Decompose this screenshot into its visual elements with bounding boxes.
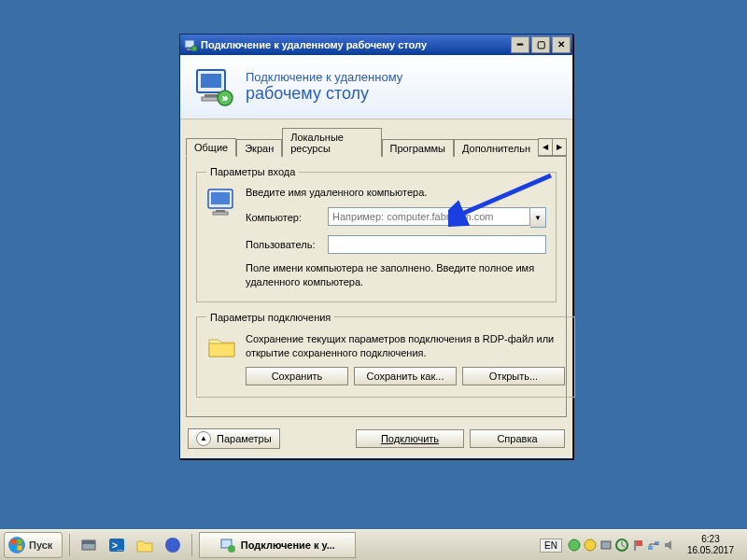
- app-icon: [184, 38, 197, 51]
- svg-rect-28: [601, 541, 611, 549]
- svg-rect-17: [11, 546, 16, 551]
- tab-additional[interactable]: Дополнительн: [454, 139, 539, 157]
- svg-rect-18: [18, 546, 22, 551]
- login-instruction: Введите имя удаленного компьютера.: [246, 187, 546, 198]
- header-banner: » Подключение к удаленному рабочему стол…: [180, 55, 572, 119]
- start-label: Пуск: [29, 539, 52, 551]
- tab-strip: Общие Экран Локальные ресурсы Программы …: [186, 127, 567, 156]
- help-button[interactable]: Справка: [470, 429, 565, 448]
- chevron-up-icon: ▲: [196, 431, 211, 446]
- close-button[interactable]: ✕: [552, 36, 571, 53]
- svg-point-27: [585, 539, 596, 551]
- tab-scroll-left[interactable]: ◀: [538, 138, 553, 156]
- computer-dropdown-button[interactable]: ▼: [530, 207, 546, 228]
- save-as-button[interactable]: Сохранить как...: [354, 367, 457, 385]
- rdc-logo-icon: »: [193, 66, 234, 107]
- window-footer: ▲ Параметры Подключить Справка: [180, 423, 572, 458]
- computer-hint: Поле имени компьютера не заполнено. Введ…: [246, 261, 546, 290]
- svg-rect-15: [11, 539, 16, 544]
- save-button[interactable]: Сохранить: [246, 367, 348, 385]
- banner-title: рабочему столу: [246, 84, 402, 104]
- connection-params-group: Параметры подключения Сохранение текущих…: [196, 312, 575, 398]
- folder-icon: [206, 332, 238, 360]
- tab-panel-general: Параметры входа Введите имя удаленного к…: [186, 156, 567, 417]
- login-params-group: Параметры входа Введите имя удаленного к…: [196, 166, 557, 302]
- svg-rect-4: [201, 74, 221, 88]
- banner-subtitle: Подключение к удаленному: [246, 70, 402, 84]
- titlebar[interactable]: Подключение к удаленному рабочему столу …: [180, 35, 572, 55]
- tab-display[interactable]: Экран: [236, 139, 282, 157]
- tab-scroll-right[interactable]: ▶: [552, 138, 567, 156]
- tray-icon-3[interactable]: [599, 539, 613, 552]
- svg-rect-20: [82, 540, 95, 544]
- system-tray: EN 6:23 16.05.2017: [532, 534, 747, 556]
- tab-local-resources[interactable]: Локальные ресурсы: [282, 128, 381, 157]
- svg-rect-31: [648, 546, 653, 550]
- svg-text:»: »: [222, 91, 229, 105]
- windows-logo-icon: [8, 537, 25, 553]
- start-button[interactable]: Пуск: [4, 532, 63, 558]
- ql-powershell[interactable]: >_: [104, 532, 130, 558]
- connection-params-legend: Параметры подключения: [206, 312, 334, 323]
- desktop: Подключение к удаленному рабочему столу …: [0, 0, 747, 560]
- computer-input[interactable]: [328, 207, 530, 226]
- login-params-legend: Параметры входа: [206, 166, 299, 177]
- computer-combo[interactable]: ▼: [328, 207, 546, 228]
- maximize-button[interactable]: ▢: [531, 36, 550, 53]
- svg-text:>_: >_: [112, 540, 123, 551]
- tray-sound-icon[interactable]: [663, 539, 676, 552]
- minimize-button[interactable]: ━: [511, 36, 529, 53]
- options-label: Параметры: [217, 433, 272, 444]
- quick-launch: >_: [73, 532, 189, 558]
- clock[interactable]: 6:23 16.05.2017: [682, 534, 740, 556]
- ql-explorer[interactable]: [132, 532, 158, 558]
- svg-point-14: [8, 537, 25, 553]
- svg-rect-30: [634, 540, 636, 551]
- taskbar: Пуск >_ Подключение к у... EN: [0, 529, 747, 560]
- user-input[interactable]: [328, 235, 546, 254]
- rdc-window: Подключение к удаленному рабочему столу …: [179, 34, 573, 459]
- open-button[interactable]: Открыть...: [462, 367, 565, 385]
- svg-rect-16: [18, 539, 22, 544]
- clock-date: 16.05.2017: [687, 545, 734, 556]
- svg-rect-12: [213, 212, 228, 215]
- tray-icon-1[interactable]: [568, 539, 581, 552]
- tray-flag-icon[interactable]: [631, 539, 644, 552]
- tray-network-icon[interactable]: [647, 539, 660, 552]
- svg-point-25: [228, 545, 235, 553]
- tray-icon-4[interactable]: [615, 539, 628, 552]
- svg-rect-10: [211, 192, 230, 204]
- tray-icon-2[interactable]: [584, 539, 597, 552]
- connect-button[interactable]: Подключить: [356, 429, 464, 448]
- computer-label: Компьютер:: [246, 212, 328, 223]
- svg-point-23: [165, 538, 180, 553]
- connection-text: Сохранение текущих параметров подключени…: [246, 332, 565, 361]
- user-label: Пользователь:: [246, 239, 328, 250]
- window-title: Подключение к удаленному рабочему столу: [201, 39, 427, 50]
- svg-point-2: [191, 46, 197, 51]
- tab-programs[interactable]: Программы: [382, 139, 454, 157]
- options-toggle-button[interactable]: ▲ Параметры: [188, 428, 280, 449]
- taskbar-task-rdc[interactable]: Подключение к у...: [199, 532, 356, 558]
- svg-point-26: [569, 539, 580, 551]
- language-indicator[interactable]: EN: [540, 539, 562, 553]
- ql-firefox[interactable]: [160, 532, 186, 558]
- tab-general[interactable]: Общие: [186, 138, 236, 157]
- task-label: Подключение к у...: [241, 539, 335, 551]
- monitor-icon: [206, 187, 238, 218]
- ql-server-manager[interactable]: [76, 532, 102, 558]
- clock-time: 6:23: [687, 534, 734, 545]
